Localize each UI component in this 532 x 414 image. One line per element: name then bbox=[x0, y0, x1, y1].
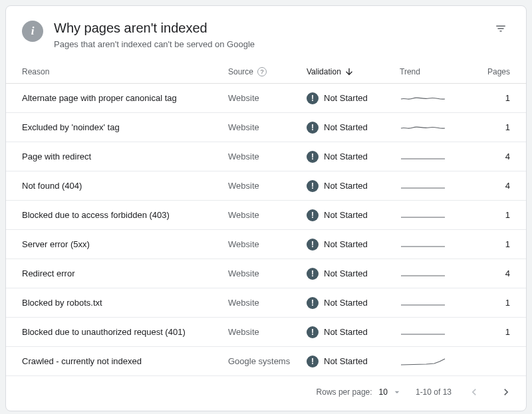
cell-reason: Crawled - currently not indexed bbox=[22, 356, 228, 366]
table-row[interactable]: Page with redirectWebsite!Not Started4 bbox=[6, 142, 526, 171]
cell-source: Website bbox=[228, 152, 307, 161]
cell-trend bbox=[400, 268, 460, 280]
table-row[interactable]: Alternate page with proper canonical tag… bbox=[6, 84, 526, 113]
cell-source: Website bbox=[228, 327, 307, 337]
cell-pages: 1 bbox=[460, 327, 510, 337]
cell-trend bbox=[400, 297, 460, 309]
validation-status: Not Started bbox=[324, 268, 368, 278]
table-header-row: Reason Source ? Validation Trend Pages bbox=[6, 57, 526, 84]
card-title: Why pages aren't indexed bbox=[54, 19, 491, 37]
cell-reason: Blocked due to access forbidden (403) bbox=[22, 210, 228, 220]
cell-pages: 1 bbox=[460, 298, 510, 308]
cell-trend bbox=[400, 209, 460, 221]
card-header: i Why pages aren't indexed Pages that ar… bbox=[6, 6, 526, 57]
cell-pages: 4 bbox=[460, 268, 510, 278]
cell-source: Website bbox=[228, 93, 307, 103]
filter-icon bbox=[495, 23, 507, 35]
next-page-button[interactable] bbox=[497, 383, 515, 401]
exclamation-icon: ! bbox=[307, 92, 319, 104]
cell-source: Google systems bbox=[228, 356, 307, 366]
cell-validation: !Not Started bbox=[307, 297, 400, 309]
rows-per-page-label: Rows per page: bbox=[317, 387, 372, 397]
cell-pages: 1 bbox=[460, 210, 510, 220]
cell-validation: !Not Started bbox=[307, 209, 400, 221]
exclamation-icon: ! bbox=[307, 356, 319, 367]
exclamation-icon: ! bbox=[307, 209, 319, 221]
cell-reason: Page with redirect bbox=[22, 152, 228, 161]
validation-status: Not Started bbox=[324, 210, 368, 220]
cell-trend bbox=[400, 326, 460, 338]
cell-source: Website bbox=[228, 268, 307, 278]
cell-reason: Redirect error bbox=[22, 268, 228, 278]
cell-source: Website bbox=[228, 210, 307, 220]
exclamation-icon: ! bbox=[307, 297, 319, 309]
cell-reason: Alternate page with proper canonical tag bbox=[22, 93, 228, 103]
column-header-trend[interactable]: Trend bbox=[400, 67, 460, 76]
exclamation-icon: ! bbox=[307, 326, 319, 338]
cell-reason: Excluded by 'noindex' tag bbox=[22, 122, 228, 132]
rows-per-page-select[interactable]: 10 bbox=[379, 387, 402, 397]
table-row[interactable]: Server error (5xx)Website!Not Started1 bbox=[6, 230, 526, 259]
cell-validation: !Not Started bbox=[307, 268, 400, 280]
table-row[interactable]: Blocked by robots.txtWebsite!Not Started… bbox=[6, 288, 526, 318]
column-header-validation[interactable]: Validation bbox=[307, 66, 400, 77]
table-row[interactable]: Redirect errorWebsite!Not Started4 bbox=[6, 259, 526, 288]
validation-status: Not Started bbox=[324, 356, 368, 366]
cell-trend bbox=[400, 356, 460, 367]
validation-status: Not Started bbox=[324, 93, 368, 103]
cell-reason: Blocked due to unauthorized request (401… bbox=[22, 327, 228, 337]
table-row[interactable]: Excluded by 'noindex' tagWebsite!Not Sta… bbox=[6, 113, 526, 142]
table-row[interactable]: Not found (404)Website!Not Started4 bbox=[6, 171, 526, 201]
cell-source: Website bbox=[228, 122, 307, 132]
cell-pages: 4 bbox=[460, 181, 510, 191]
chevron-right-icon bbox=[499, 385, 513, 399]
indexing-reasons-card: i Why pages aren't indexed Pages that ar… bbox=[5, 5, 527, 411]
cell-validation: !Not Started bbox=[307, 92, 400, 104]
cell-trend bbox=[400, 180, 460, 192]
validation-status: Not Started bbox=[324, 327, 368, 337]
exclamation-icon: ! bbox=[307, 268, 319, 280]
cell-validation: !Not Started bbox=[307, 151, 400, 163]
table-footer: Rows per page: 10 1-10 of 13 bbox=[6, 376, 526, 411]
header-titles: Why pages aren't indexed Pages that aren… bbox=[54, 19, 491, 49]
cell-validation: !Not Started bbox=[307, 326, 400, 338]
column-header-reason[interactable]: Reason bbox=[22, 67, 228, 76]
table-row[interactable]: Crawled - currently not indexedGoogle sy… bbox=[6, 347, 526, 376]
filter-button[interactable] bbox=[491, 19, 510, 38]
table-row[interactable]: Blocked due to unauthorized request (401… bbox=[6, 318, 526, 347]
cell-pages: 1 bbox=[460, 122, 510, 132]
column-header-source[interactable]: Source ? bbox=[228, 67, 307, 76]
help-icon[interactable]: ? bbox=[257, 67, 267, 76]
validation-status: Not Started bbox=[324, 181, 368, 191]
cell-reason: Server error (5xx) bbox=[22, 239, 228, 249]
table-row[interactable]: Blocked due to access forbidden (403)Web… bbox=[6, 201, 526, 230]
prev-page-button[interactable] bbox=[465, 383, 483, 401]
cell-trend bbox=[400, 92, 460, 104]
cell-pages: 1 bbox=[460, 93, 510, 103]
validation-status: Not Started bbox=[324, 239, 368, 249]
cell-trend bbox=[400, 122, 460, 134]
cell-source: Website bbox=[228, 239, 307, 249]
cell-pages: 1 bbox=[460, 239, 510, 249]
exclamation-icon: ! bbox=[307, 151, 319, 163]
arrow-down-icon bbox=[344, 66, 354, 77]
cell-pages: 4 bbox=[460, 152, 510, 161]
pagination-range: 1-10 of 13 bbox=[416, 387, 452, 397]
cell-validation: !Not Started bbox=[307, 122, 400, 134]
column-header-pages[interactable]: Pages bbox=[460, 67, 510, 76]
cell-validation: !Not Started bbox=[307, 239, 400, 251]
cell-validation: !Not Started bbox=[307, 180, 400, 192]
validation-status: Not Started bbox=[324, 298, 368, 308]
exclamation-icon: ! bbox=[307, 180, 319, 192]
cell-trend bbox=[400, 239, 460, 251]
chevron-left-icon bbox=[467, 385, 481, 399]
cell-trend bbox=[400, 151, 460, 163]
rows-per-page-group: Rows per page: 10 bbox=[317, 387, 402, 397]
cell-reason: Blocked by robots.txt bbox=[22, 298, 228, 308]
cell-reason: Not found (404) bbox=[22, 181, 228, 191]
card-subtitle: Pages that aren't indexed can't be serve… bbox=[54, 39, 491, 49]
cell-source: Website bbox=[228, 181, 307, 191]
validation-status: Not Started bbox=[324, 152, 368, 161]
dropdown-icon bbox=[392, 387, 402, 397]
table-body: Alternate page with proper canonical tag… bbox=[6, 84, 526, 376]
